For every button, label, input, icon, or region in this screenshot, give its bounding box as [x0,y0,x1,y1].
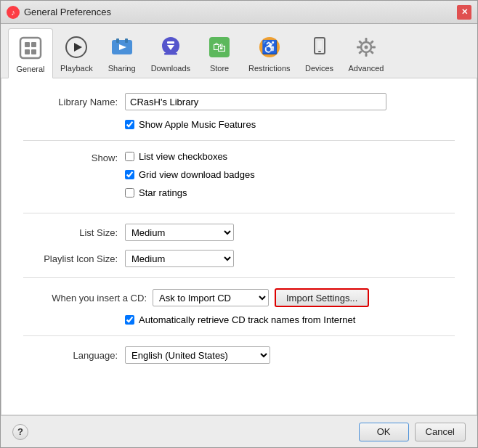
list-size-select[interactable]: Small Medium Large [125,224,234,241]
svg-rect-5 [31,42,36,47]
svg-text:♿: ♿ [262,39,278,55]
footer: ? OK Cancel [1,415,477,447]
language-control: English (United States) French German Sp… [125,346,455,364]
footer-right: OK Cancel [359,423,466,441]
list-size-control: Small Medium Large [125,224,455,241]
language-select[interactable]: English (United States) French German Sp… [125,346,270,364]
list-view-checkboxes-checkbox[interactable] [125,152,134,161]
svg-text:🛍: 🛍 [213,40,226,54]
list-size-label: List Size: [23,227,118,238]
advanced-icon [352,33,381,62]
svg-marker-8 [74,43,82,52]
tab-downloads[interactable]: Downloads [144,28,198,78]
playlist-icon-size-label: Playlist Icon Size: [23,253,118,264]
grid-view-badges-checkbox[interactable] [125,170,134,179]
devices-icon [305,33,334,62]
svg-rect-23 [318,51,321,52]
general-icon [16,33,45,62]
svg-rect-16 [164,53,177,55]
svg-rect-4 [25,49,30,54]
separator-2 [23,213,455,213]
show-apple-music-label[interactable]: Show Apple Music Features [139,119,256,130]
library-name-row: Library Name: [23,93,455,110]
tab-store[interactable]: 🛍 Store [198,28,241,78]
import-settings-button[interactable]: Import Settings... [275,288,369,307]
svg-rect-3 [25,42,30,47]
general-preferences-window: ♪ General Preferences ✕ General [0,0,478,448]
auto-retrieve-checkbox[interactable] [125,315,134,325]
show-apple-music-checkbox[interactable] [125,120,134,129]
playlist-icon-size-control: Small Medium Large [125,250,455,267]
tab-restrictions[interactable]: ♿ Restrictions [241,28,297,78]
svg-text:♪: ♪ [11,8,15,17]
app-icon: ♪ [7,6,20,19]
downloads-icon [156,33,185,62]
separator-4 [23,335,455,336]
title-bar: ♪ General Preferences ✕ [1,1,477,24]
playlist-icon-size-row: Playlist Icon Size: Small Medium Large [23,250,455,267]
language-row: Language: English (United States) French… [23,346,455,364]
tab-advanced[interactable]: Advanced [341,28,392,78]
playback-icon [62,33,91,62]
toolbar: General Playback Sharing [1,24,477,78]
star-ratings-checkbox[interactable] [125,188,134,197]
auto-retrieve-row: Automatically retrieve CD track names fr… [125,314,455,325]
list-view-checkboxes-label[interactable]: List view checkboxes [139,151,227,162]
star-ratings-row: Star ratings [125,187,255,198]
list-view-checkboxes-row: List view checkboxes [125,151,255,162]
svg-rect-28 [357,46,360,49]
show-options: List view checkboxes Grid view download … [125,151,255,203]
tab-general[interactable]: General [8,28,53,78]
separator-3 [23,277,455,278]
ok-button[interactable]: OK [359,423,409,441]
svg-rect-26 [365,38,368,41]
show-label: Show: [23,151,118,203]
list-size-row: List Size: Small Medium Large [23,224,455,241]
library-name-label: Library Name: [23,97,118,107]
show-section: Show: List view checkboxes Grid view dow… [23,151,455,203]
restrictions-icon: ♿ [255,33,284,62]
tab-general-label: General [16,65,44,73]
tab-store-label: Store [210,64,229,73]
close-button[interactable]: ✕ [457,5,471,20]
cd-insert-label: When you insert a CD: [23,293,147,304]
library-name-control [125,93,455,110]
show-apple-music-row: Show Apple Music Features [125,119,455,130]
tab-devices[interactable]: Devices [298,28,341,78]
svg-point-25 [365,46,368,49]
separator-1 [23,140,455,141]
grid-view-badges-row: Grid view download badges [125,169,255,180]
language-label: Language: [23,350,118,361]
tab-sharing-label: Sharing [108,64,136,73]
grid-view-badges-label[interactable]: Grid view download badges [139,169,255,180]
svg-rect-29 [372,46,376,49]
svg-rect-6 [31,49,36,54]
sharing-icon [108,33,137,62]
tab-playback[interactable]: Playback [53,28,100,78]
apple-music-section: Show Apple Music Features [125,119,455,130]
svg-rect-11 [116,38,119,43]
auto-retrieve-label[interactable]: Automatically retrieve CD track names fr… [139,314,355,325]
tab-restrictions-label: Restrictions [248,64,290,73]
help-button[interactable]: ? [12,424,28,440]
star-ratings-label[interactable]: Star ratings [139,187,187,198]
auto-retrieve-section: Automatically retrieve CD track names fr… [125,314,455,325]
tab-devices-label: Devices [305,64,333,73]
footer-left: ? [12,424,359,440]
tab-sharing[interactable]: Sharing [100,28,144,78]
window-title: General Preferences [24,7,457,17]
library-name-input[interactable] [125,93,386,110]
svg-rect-12 [125,38,128,43]
tab-playback-label: Playback [60,64,93,73]
svg-rect-2 [20,38,41,58]
playlist-icon-size-select[interactable]: Small Medium Large [125,250,234,267]
svg-rect-22 [317,40,323,49]
store-icon: 🛍 [205,33,234,62]
cancel-button[interactable]: Cancel [415,423,466,441]
content-area: Library Name: Show Apple Music Features … [1,78,477,415]
svg-rect-15 [167,41,174,44]
tab-downloads-label: Downloads [151,64,190,73]
cd-insert-row: When you insert a CD: Ask to Import CD I… [23,288,455,307]
tab-advanced-label: Advanced [349,64,384,73]
cd-action-select[interactable]: Ask to Import CD Import CD Import CD and… [153,289,269,306]
